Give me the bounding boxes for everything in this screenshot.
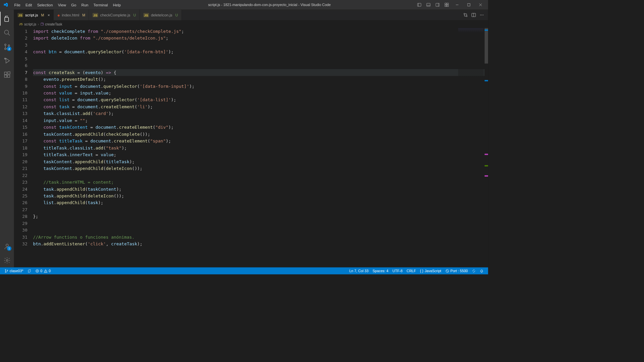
minimize-button[interactable] [452,0,462,10]
menu-file[interactable]: File [12,1,23,9]
code-content[interactable]: import checkComplete from "./components/… [33,28,488,267]
vertical-scrollbar[interactable] [485,28,488,267]
close-icon[interactable]: × [48,13,50,17]
code-line[interactable]: task.classList.add('card'); [33,110,488,117]
overview-ruler-mark [485,80,488,81]
language-mode[interactable]: { } JavaScript [418,269,443,273]
git-branch-status[interactable]: clase03* [3,269,25,273]
code-line[interactable]: //Arrow functions o funciones anónimas. [33,234,488,240]
remote-indicator[interactable] [470,269,478,273]
settings-gear-icon[interactable] [0,253,14,267]
branch-name: clase03* [10,269,23,273]
close-button[interactable] [475,0,485,10]
code-line[interactable]: import checkComplete from "./components/… [33,28,488,35]
sync-status[interactable] [25,269,33,273]
svg-line-42 [446,270,448,272]
code-line[interactable]: titleTask.innerText = value; [33,152,488,158]
source-control-icon[interactable]: 4 [0,40,14,54]
code-line[interactable]: const taskContent = document.createEleme… [33,124,488,131]
code-line[interactable]: const task = document.createElement('li'… [33,104,488,110]
tab-index-html[interactable]: ◈index.htmlM [54,10,89,20]
line-number: 30 [14,227,28,234]
code-line[interactable]: const createTask = (evento) => { [33,69,488,76]
account-icon[interactable]: 1 [0,239,14,253]
encoding-status[interactable]: UTF-8 [390,269,405,273]
code-line[interactable]: titleTask.classList.add("task"); [33,144,488,151]
menu-help[interactable]: Help [110,1,123,9]
code-line[interactable] [33,55,488,62]
code-line[interactable]: evento.preventDefault(); [33,76,488,83]
line-number: 18 [14,144,28,151]
code-line[interactable]: taskContent.appendChild(checkComplete())… [33,131,488,137]
indentation-status[interactable]: Spaces: 4 [371,269,390,273]
code-line[interactable] [33,172,488,179]
maximize-button[interactable] [464,0,474,10]
code-line[interactable] [33,42,488,48]
code-line[interactable]: const btn = document.querySelector('[dat… [33,49,488,55]
compare-changes-icon[interactable] [463,13,468,17]
layout-panel-bottom-icon[interactable] [425,0,432,10]
svg-rect-8 [445,5,447,7]
code-line[interactable] [33,62,488,69]
line-number: 32 [14,241,28,247]
breadcrumb[interactable]: JS script.js › ❐ createTask [14,20,488,28]
code-line[interactable]: taskContent.appendChild(titleTask); [33,158,488,165]
line-number: 7 [14,69,28,76]
problems-status[interactable]: 0 0 [33,269,53,273]
live-server-status[interactable]: Port : 5500 [443,269,470,273]
minimap[interactable] [458,28,484,267]
code-line[interactable] [33,227,488,234]
layout-panel-right-icon[interactable] [434,0,441,10]
eol-status[interactable]: CRLF [405,269,418,273]
notifications-bell-icon[interactable] [478,269,485,273]
scrollbar-thumb[interactable] [485,28,488,63]
menu-selection[interactable]: Selection [35,1,55,9]
line-number: 4 [14,49,28,55]
code-line[interactable]: task.appendChild(taskContent); [33,186,488,192]
layout-grid-icon[interactable] [443,0,450,10]
status-bar: clase03* 0 0 Ln 7, Col 33 Spaces: 4 UTF-… [0,267,488,274]
tab-deleteIcon-js[interactable]: JSdeleteIcon.jsU [140,10,182,20]
line-number: 20 [14,158,28,165]
line-number: 21 [14,165,28,172]
editor[interactable]: 1234567891011121314151617181920212223242… [14,28,488,267]
code-line[interactable]: }; [33,213,488,220]
tab-checkComplete-js[interactable]: JScheckComplete.jsU [89,10,140,20]
more-actions-icon[interactable] [480,13,484,17]
code-line[interactable]: import deleteIcon from "./components/del… [33,35,488,42]
warning-count: 0 [49,269,51,273]
menu-run[interactable]: Run [79,1,91,9]
debug-icon[interactable] [0,54,14,68]
titlebar: FileEditSelectionViewGoRunTerminalHelp s… [0,0,488,10]
extensions-icon[interactable] [0,68,14,82]
code-line[interactable]: //task.innerHTML = content; [33,179,488,186]
code-line[interactable]: task.appendChild(deleteIcon()); [33,193,488,199]
code-line[interactable]: btn.addEventListener('click', createTask… [33,241,488,247]
line-number: 23 [14,179,28,186]
menu-view[interactable]: View [55,1,69,9]
code-line[interactable] [33,220,488,227]
svg-point-32 [483,15,484,15]
line-number: 9 [14,83,28,89]
code-line[interactable]: const input = document.querySelector('[d… [33,83,488,89]
search-icon[interactable] [0,26,14,40]
git-status-modified: M [41,13,44,17]
layout-panel-left-icon[interactable] [416,0,423,10]
cursor-position[interactable]: Ln 7, Col 33 [347,269,370,273]
menu-edit[interactable]: Edit [23,1,35,9]
code-line[interactable]: list.appendChild(task); [33,199,488,206]
svg-rect-2 [427,3,430,6]
menu-terminal[interactable]: Terminal [91,1,110,9]
code-line[interactable]: input.value = ""; [33,117,488,124]
tab-script-js[interactable]: JSscript.jsM× [14,10,54,20]
code-line[interactable]: const titleTask = document.createElement… [33,138,488,144]
line-number: 31 [14,234,28,240]
code-line[interactable]: taskContent.appendChild(deleteIcon()); [33,165,488,172]
svg-rect-11 [468,4,470,6]
split-editor-icon[interactable] [471,13,476,17]
code-line[interactable] [33,206,488,213]
code-line[interactable]: const list = document.querySelector('[da… [33,97,488,103]
code-line[interactable]: const value = input.value; [33,90,488,97]
menu-go[interactable]: Go [69,1,79,9]
explorer-icon[interactable] [0,12,14,26]
